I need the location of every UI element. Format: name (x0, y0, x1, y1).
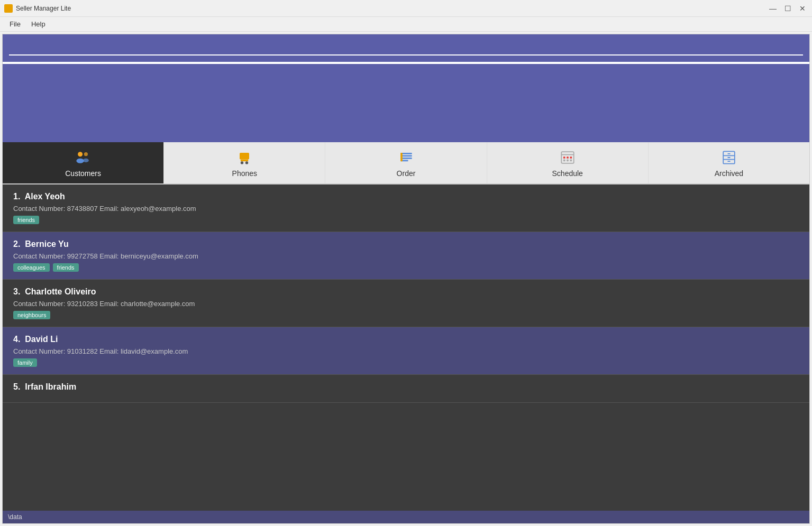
tag: colleagues (13, 263, 50, 272)
customer-name: 2. Bernice Yu (13, 239, 799, 249)
main-container: Customers Phones (2, 34, 810, 524)
tab-archived-label: Archived (715, 169, 743, 178)
tab-schedule[interactable]: Schedule (487, 142, 649, 183)
svg-point-0 (78, 152, 83, 156)
order-icon (397, 148, 416, 167)
svg-rect-24 (727, 153, 730, 154)
window-controls: — ☐ ✕ (768, 3, 808, 14)
tab-phones-label: Phones (232, 169, 257, 178)
search-input[interactable] (9, 41, 803, 56)
svg-point-2 (76, 159, 84, 163)
minimize-button[interactable]: — (768, 3, 778, 14)
tag-list: colleagues friends (13, 263, 799, 272)
tag: family (13, 358, 37, 367)
customer-contact: Contact Number: 93210283 Email: charlott… (13, 300, 799, 308)
tab-order[interactable]: Order (325, 142, 487, 183)
maximize-button[interactable]: ☐ (782, 3, 793, 14)
status-bar: \data (3, 511, 809, 523)
app-title: Seller Manager Lite (16, 5, 768, 12)
tabs-row: Customers Phones (3, 142, 809, 184)
list-item[interactable]: 4. David Li Contact Number: 91031282 Ema… (3, 327, 809, 375)
archived-icon (719, 148, 738, 167)
customer-name: 3. Charlotte Oliveiro (13, 287, 799, 297)
app-icon (4, 4, 13, 13)
list-item[interactable]: 3. Charlotte Oliveiro Contact Number: 93… (3, 280, 809, 327)
svg-rect-12 (400, 153, 403, 161)
customer-name: 1. Alex Yeoh (13, 192, 799, 201)
title-bar: Seller Manager Lite — ☐ ✕ (0, 0, 812, 17)
tab-schedule-label: Schedule (552, 169, 583, 178)
customer-contact: Contact Number: 99272758 Email: bernicey… (13, 252, 799, 260)
phones-icon (235, 148, 254, 167)
search-area (3, 34, 809, 62)
menu-help[interactable]: Help (26, 18, 51, 30)
svg-rect-20 (570, 160, 572, 162)
svg-point-6 (241, 161, 243, 164)
svg-rect-15 (563, 156, 565, 159)
tag: neighbours (13, 311, 50, 319)
list-item[interactable]: 5. Irfan Ibrahim (3, 375, 809, 403)
svg-rect-25 (727, 157, 730, 158)
tab-archived[interactable]: Archived (649, 142, 809, 183)
svg-point-7 (245, 161, 248, 164)
schedule-icon (558, 148, 577, 167)
tag: friends (13, 216, 39, 224)
customer-name: 4. David Li (13, 335, 799, 344)
tag-list: friends (13, 216, 799, 224)
svg-rect-17 (570, 156, 572, 159)
menu-file[interactable]: File (4, 18, 26, 30)
tab-phones[interactable]: Phones (164, 142, 325, 183)
customer-list: 1. Alex Yeoh Contact Number: 87438807 Em… (3, 184, 809, 511)
svg-point-3 (83, 159, 89, 162)
tag: friends (53, 263, 79, 272)
svg-rect-18 (563, 160, 565, 162)
customer-contact: Contact Number: 87438807 Email: alexyeoh… (13, 205, 799, 213)
svg-point-1 (84, 152, 88, 156)
tag-list: neighbours (13, 311, 799, 319)
banner-area (3, 64, 809, 142)
list-item[interactable]: 1. Alex Yeoh Contact Number: 87438807 Em… (3, 184, 809, 232)
customer-contact: Contact Number: 91031282 Email: lidavid@… (13, 347, 799, 355)
svg-rect-19 (567, 160, 569, 162)
menu-bar: File Help (0, 17, 812, 32)
svg-rect-16 (567, 156, 569, 159)
tab-customers[interactable]: Customers (3, 142, 164, 183)
svg-rect-5 (241, 160, 248, 162)
svg-rect-4 (240, 153, 249, 160)
tag-list: family (13, 358, 799, 367)
status-path: \data (8, 513, 22, 521)
close-button[interactable]: ✕ (797, 3, 808, 14)
tab-customers-label: Customers (65, 169, 101, 178)
svg-rect-26 (727, 161, 730, 162)
customer-name: 5. Irfan Ibrahim (13, 382, 799, 392)
tab-order-label: Order (397, 169, 416, 178)
list-item[interactable]: 2. Bernice Yu Contact Number: 99272758 E… (3, 232, 809, 280)
customers-icon (74, 148, 93, 167)
